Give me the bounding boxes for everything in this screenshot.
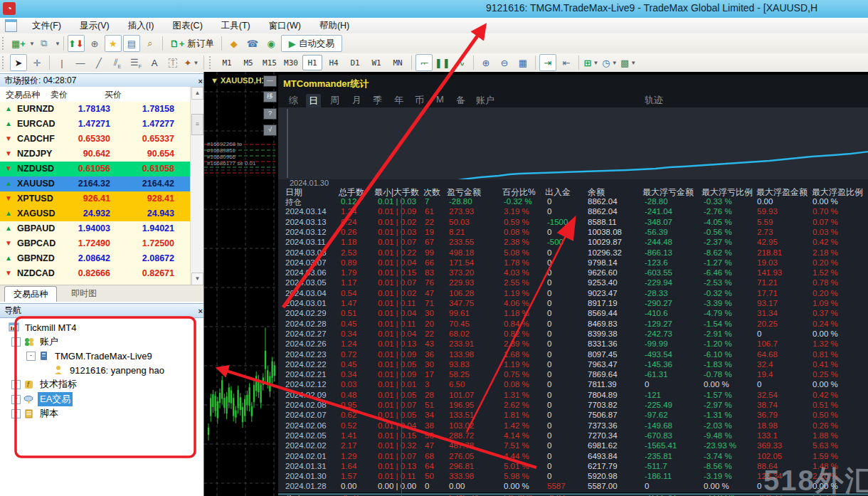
tree-item-accounts[interactable]: -账户 [0,334,223,349]
menu-item-2[interactable]: 插入(I) [119,18,164,34]
line-chart-button[interactable]: ∿ [452,54,470,71]
new-chart-button[interactable]: ▦+ [10,35,27,52]
tile-windows-button[interactable]: ▦ [514,54,531,71]
text-button[interactable]: A [146,54,163,71]
market-watch-row-CADCHF[interactable]: ▼CADCHF0.653300.65337 [0,132,190,147]
mtc-tab-10[interactable]: 轨迹 [645,94,663,107]
mtc-tab-4[interactable]: 季 [373,94,382,107]
menu-item-0[interactable]: 文件(F) [23,18,70,34]
close-icon[interactable]: × [199,77,203,85]
toolbar-grip[interactable] [2,37,7,50]
timeframe-d1-button[interactable]: D1 [345,55,365,70]
collapse-minus-icon[interactable]: - [11,337,21,347]
timeframe-h1-button[interactable]: H1 [302,55,322,70]
market-watch-row-EURNZD[interactable]: ▲EURNZD1.781431.78158 [0,102,190,117]
mtc-tab-0[interactable]: 综 [289,94,298,107]
menu-item-5[interactable]: 窗口(W) [260,18,310,34]
mtc-tab-3[interactable]: 月 [352,94,361,107]
overlay-button-1[interactable]: 移 [263,91,277,102]
scroll-down-icon[interactable]: ▼ [191,273,203,285]
bar-chart-button[interactable]: ⌐⌐ [416,54,433,71]
mtc-tab-2[interactable]: 周 [330,94,339,107]
market-watch-row-GBPAUD[interactable]: ▲GBPAUD1.940031.94021 [0,221,190,237]
market-watch-row-NZDJPY[interactable]: ▼NZDJPY90.64290.654 [0,147,190,162]
collapse-minus-icon[interactable]: - [26,352,36,361]
tab-symbols[interactable]: 交易品种 [4,286,57,302]
chevron-down-icon[interactable]: ▼ [55,41,60,47]
menu-item-4[interactable]: 工具(T) [212,18,260,34]
navigator-toggle-button[interactable]: ★ [105,35,122,52]
menu-item-1[interactable]: 显示(V) [70,18,119,34]
mtc-tab-5[interactable]: 年 [394,94,403,107]
arrows-button[interactable]: ✦▼ [183,54,200,71]
new-order-button[interactable]: 🗋+ 新订单 [166,35,218,52]
timeframe-mn-button[interactable]: MN [388,55,408,70]
market-watch-row-XAUUSD[interactable]: ▲XAUUSD2164.322164.42 [0,176,190,192]
horizontal-line-button[interactable]: — [72,54,89,71]
timeframe-m5-button[interactable]: M5 [238,55,258,70]
signal-icon[interactable]: ◉ [263,35,280,52]
market-watch-scrollbar[interactable]: ▲ ≡ ▼ [190,87,203,285]
chevron-down-icon[interactable]: ▼ [29,41,35,47]
zoom-in-button[interactable]: ⊕ [477,54,494,71]
column-bid[interactable]: 卖价 [51,89,68,101]
overlay-button-2[interactable]: ? [263,108,277,120]
mtc-tab-9[interactable]: 账户 [476,94,494,107]
crosshair-button[interactable]: ✛ [28,54,46,71]
candlestick-chart-button[interactable]: ❚❚ [434,54,451,71]
close-icon[interactable]: × [199,307,203,315]
expand-plus-icon[interactable]: + [11,380,21,389]
expand-plus-icon[interactable]: + [11,409,21,418]
market-watch-row-GBPCAD[interactable]: ▼GBPCAD1.724901.72500 [0,236,190,252]
menu-item-6[interactable]: 帮助(H) [310,18,359,34]
mtc-tab-6[interactable]: 币 [415,94,424,107]
mtc-tab-8[interactable]: 备 [456,94,465,107]
overlay-button-0[interactable]: — [263,75,277,87]
templates-button[interactable]: ▩▼ [620,54,637,71]
column-ask[interactable]: 买价 [105,89,122,101]
tree-item-platform[interactable]: Tickmill MT4 [0,320,208,334]
market-watch-row-GBPNZD[interactable]: ▲GBPNZD2.086422.08672 [0,251,190,267]
market-watch-row-XPTUSD[interactable]: ▼XPTUSD926.41928.41 [0,191,190,207]
timeframe-m15-button[interactable]: M15 [260,55,280,70]
chart-shift-button[interactable]: ⇤ [558,54,575,71]
timeframe-w1-button[interactable]: W1 [366,55,386,70]
tree-item-server[interactable]: -TMGM.TradeMax-Live9 [0,349,238,363]
mtc-tab-1[interactable]: 日 [306,94,321,108]
overlay-button-3[interactable]: √ [263,125,277,136]
market-watch-row-EURCAD[interactable]: ▲EURCAD1.472711.47277 [0,117,190,132]
vertical-line-button[interactable]: | [53,54,70,71]
expand-plus-icon[interactable]: + [11,395,21,404]
fibonacci-button[interactable]: ☰F [127,54,144,71]
market-watch-toggle-button[interactable]: ⬆⬇ [68,35,85,52]
timeframe-m30-button[interactable]: M30 [281,55,301,70]
toolbar-grip[interactable] [2,56,7,69]
market-watch-row-XAGUSD[interactable]: ▲XAGUSD24.93224.943 [0,206,190,222]
timeframe-m1-button[interactable]: M1 [217,55,237,70]
scroll-up-icon[interactable]: ▲ [191,87,203,100]
channel-button[interactable]: ⫽E [109,54,126,71]
mobile-icon[interactable]: ☎ [244,35,261,52]
market-watch-row-NZDCAD[interactable]: ▼NZDCAD0.826660.82671 [0,266,190,282]
periods-button[interactable]: ◷▼ [601,54,618,71]
gold-ingot-icon[interactable]: ◆ [226,35,243,52]
mtc-tab-7[interactable]: M [436,94,444,105]
profiles-button[interactable]: ⧉ [36,35,53,52]
terminal-toggle-button[interactable]: ▤ [123,35,140,52]
data-window-button[interactable]: ⊕ [86,35,103,52]
zoom-out-button[interactable]: ⊖ [496,54,513,71]
trendline-button[interactable]: ╱ [90,54,107,71]
indicators-button[interactable]: ⊞▼ [583,54,600,71]
autotrading-button[interactable]: ▶ 自动交易 [281,35,342,52]
cursor-button[interactable]: ➤ [10,54,27,71]
text-label-button[interactable]: T [164,54,181,71]
market-watch-row-NZDUSD[interactable]: ▼NZDUSD0.610560.61058 [0,162,190,177]
timeframe-h4-button[interactable]: H4 [324,55,344,70]
tree-item-experts[interactable]: +EA交易 [0,392,223,406]
auto-scroll-button[interactable]: ⇥ [539,54,556,71]
tab-tick-chart[interactable]: 即时图 [63,286,105,301]
tree-item-indicators[interactable]: +f技术指标 [0,377,223,391]
menu-item-3[interactable]: 图表(C) [163,18,211,34]
tree-item-scripts[interactable]: +脚本 [0,406,223,421]
scrollbar-thumb[interactable]: ≡ [191,114,203,135]
